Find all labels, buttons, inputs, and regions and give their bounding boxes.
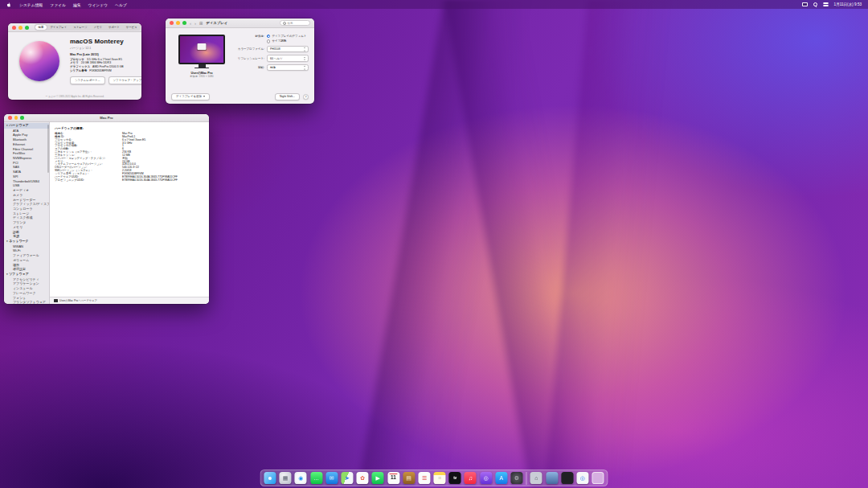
window-controls [8,116,24,120]
close-button[interactable] [12,26,16,30]
dock-folder[interactable]: ⌂ [530,472,542,484]
hardware-overview-title: ハードウェアの概要: [55,126,204,130]
menu-bar: システム情報ファイル編集ウインドウヘルプ 1月11日(水) 9:53 [0,0,868,9]
show-all-icon[interactable]: ⊞ [199,21,203,26]
dock-system-preferences[interactable]: ⚙ [510,472,522,484]
menu-item[interactable]: システム情報 [19,2,43,7]
dock-tv[interactable]: tv [449,472,461,484]
sidebar-item[interactable]: ソフトウェア [4,272,49,277]
menu-item[interactable]: ウインドウ [88,2,108,7]
dock-photos[interactable]: ✿ [357,472,369,484]
popup-menu[interactable]: 標準 [267,64,309,71]
dock: ☻ ▦ ◉ … ✉ ➤ ✿ [260,470,608,486]
overview-value: E7B99EA4-5016-304A-5843-77DF98A51CFF [122,179,178,182]
dock-contacts[interactable]: ▤ [403,472,415,484]
close-button[interactable] [170,21,174,25]
back-button[interactable]: ‹ [190,21,191,26]
menu-item[interactable]: ヘルプ [115,2,127,7]
minimize-button[interactable] [18,26,23,30]
minimize-button[interactable] [14,116,18,120]
popup-menu[interactable]: 60 ヘルツ [267,55,309,61]
popup-arrows-icon [304,47,306,51]
dock-calendar[interactable]: 11 [387,472,399,484]
about-tab-bar: 概要ディスプレイストレージメモリサポートサービス [35,24,141,30]
spec-value: F5KM20DBF9VM [89,69,111,73]
search-icon [283,22,286,25]
thumbnail-window [198,43,207,50]
monterey-logo [19,41,59,81]
dock-downloads-stack[interactable]: ◎ [576,472,588,484]
dock-reminders[interactable]: ☰ [418,472,430,484]
overview-label: プロビジョニングUDID: [55,179,122,182]
spotlight-icon[interactable] [813,2,818,7]
system-information-window: Mac Pro ハードウェアATAApple PayBluetoothEther… [4,114,209,304]
dock-notes[interactable]: ≡ [434,472,446,484]
dock-minimized-window-dark[interactable] [561,472,573,484]
spec-row: シリアル番号 F5KM20DBF9VM [70,69,141,73]
add-display-button[interactable]: ディスプレイを追加 [171,93,210,100]
copyright-text: ™ および © 1983-2022 Apple Inc. All Rights … [8,95,141,98]
os-name: macOS Monterey [70,38,141,45]
apple-menu-icon[interactable] [6,2,11,7]
dock-mail[interactable]: ✉ [326,472,338,484]
popup-menu[interactable]: PH3108 [267,46,309,52]
control-center-icon[interactable] [823,2,829,6]
zoom-button[interactable] [25,26,29,30]
about-tab[interactable]: 概要 [35,25,47,30]
display-base [194,68,209,69]
sidebar-item[interactable]: ネットワーク [4,239,49,244]
dock-icon-glyph: ✉ [330,475,334,481]
help-button[interactable]: ? [303,94,309,100]
forward-button[interactable]: › [194,21,196,26]
resolution-radio[interactable]: サイズ調整 [267,39,306,43]
menu-bar-clock[interactable]: 1月11日(水) 9:53 [834,2,862,6]
dock-finder[interactable]: ☻ [264,472,276,484]
dock-app-store[interactable]: A [495,472,507,484]
dock-separator[interactable] [526,472,527,485]
dock-icon-glyph: tv [453,476,457,480]
resolution-radio[interactable]: ディスプレイのデフォルト [267,35,306,38]
resolution-label: 解像度: [231,35,267,38]
status-breadcrumb: UserのMac Pro › ハードウェア [59,299,97,302]
about-tab[interactable]: ディスプレイ [47,25,70,30]
displays-window-titlebar: ‹ › ⊞ ディスプレイ 検索 [166,18,314,28]
about-tab[interactable]: サポート [105,25,123,30]
sidebar-item[interactable]: プリンタソフトウェア [4,300,49,304]
dock-trash[interactable] [592,472,604,484]
zoom-button[interactable] [20,116,24,120]
dock-podcasts[interactable]: ◎ [480,472,492,484]
sysinfo-window-titlebar: Mac Pro [4,114,209,122]
dock-minimized-window[interactable] [546,472,558,484]
about-buttons: システムレポート...ソフトウェア・アップデート... [70,76,141,84]
menu-item[interactable]: 編集 [73,2,81,7]
dock-facetime[interactable]: ▶ [372,472,384,484]
display-menu-icon[interactable] [802,2,808,6]
popup-value: PH3108 [270,47,280,51]
zoom-button[interactable] [182,21,186,25]
dock-maps[interactable]: ➤ [341,472,353,484]
dock-icon-glyph: ▦ [283,475,289,481]
menu-item[interactable]: ファイル [50,2,66,7]
dock-icon-glyph: ◎ [580,475,585,481]
dock-icon-glyph: ◎ [484,475,489,481]
dock-icon-glyph: A [499,475,503,481]
about-tab[interactable]: メモリ [90,25,104,30]
window-title: Mac Pro [4,116,209,120]
about-tab[interactable]: サービス [123,25,141,30]
night-shift-button[interactable]: Night Shift... [275,93,300,100]
dock-messages[interactable]: … [310,472,322,484]
dock-launchpad[interactable]: ▦ [280,472,292,484]
search-input[interactable]: 検索 [280,20,310,26]
about-tab[interactable]: ストレージ [70,25,90,30]
close-button[interactable] [8,116,12,120]
minimize-button[interactable] [176,21,180,25]
radio-icon [267,35,270,38]
about-action-button[interactable]: システムレポート... [70,76,105,84]
displays-window: ‹ › ⊞ ディスプレイ 検索 UserのMac Pro 解像度: 1920 ×… [166,18,314,104]
about-action-button[interactable]: ソフトウェア・アップデート... [108,76,142,84]
desktop-wallpaper: システム情報ファイル編集ウインドウヘルプ 1月11日(水) 9:53 概要ディス… [0,0,868,488]
about-this-mac-window: 概要ディスプレイストレージメモリサポートサービス macOS Monterey … [8,23,141,100]
dock-safari[interactable]: ◉ [295,472,307,484]
sidebar-item[interactable]: ハードウェア [4,123,49,129]
dock-music[interactable]: ♫ [465,472,477,484]
